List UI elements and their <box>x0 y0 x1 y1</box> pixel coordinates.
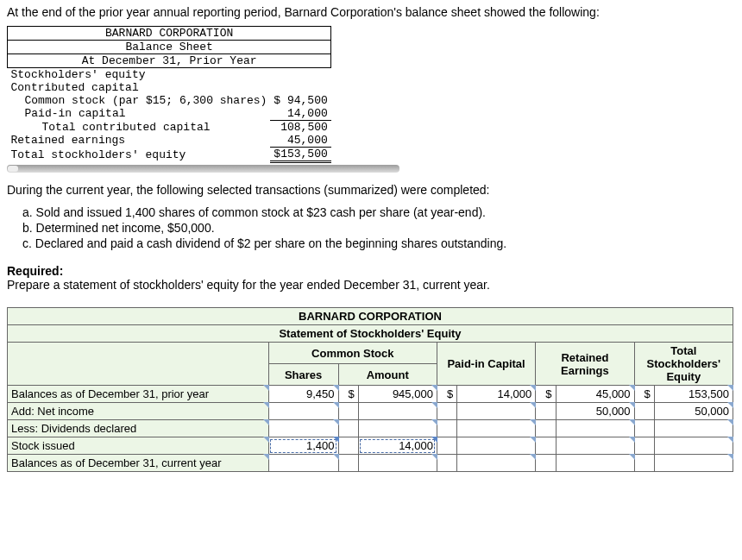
transaction-c: c. Declared and paid a cash dividend of … <box>22 236 742 250</box>
cell-amount[interactable] <box>358 455 437 472</box>
bs-line-tse: Total stockholders' equity <box>8 148 271 162</box>
cell-amount[interactable]: 945,000 <box>358 386 437 403</box>
cell-amount[interactable] <box>358 403 437 420</box>
cell-dollar <box>536 437 556 455</box>
row-label-net-income[interactable]: Add: Net income <box>8 403 269 420</box>
bs-val-tse: $153,500 <box>270 148 330 162</box>
required-text: Prepare a statement of stockholders' equ… <box>7 278 490 292</box>
soe-blank-head <box>8 343 269 386</box>
soe-h-pic: Paid-in Capital <box>437 343 535 386</box>
cell-tse[interactable] <box>654 437 733 455</box>
soe-h-re: Retained Earnings <box>536 343 634 386</box>
transaction-a: a. Sold and issued 1,400 shares of commo… <box>22 205 742 219</box>
bs-val-re: 45,000 <box>270 134 330 148</box>
soe-company: BARNARD CORPORATION <box>8 308 733 325</box>
cell-shares[interactable] <box>268 420 338 437</box>
row-label-prior-balance[interactable]: Balances as of December 31, prior year <box>8 386 269 403</box>
required-heading: Required: <box>7 264 63 278</box>
cell-dollar <box>634 455 654 472</box>
stockholders-equity-table: BARNARD CORPORATION Statement of Stockho… <box>7 307 733 472</box>
cell-dollar <box>634 437 654 455</box>
bs-val-pic: 14,000 <box>270 107 330 121</box>
cell-dollar <box>437 455 456 472</box>
cell-dollar <box>634 420 654 437</box>
cell-dollar <box>437 403 456 420</box>
cell-dollar <box>338 420 358 437</box>
bs-line-cs: Common stock (par $15; 6,300 shares) <box>8 94 271 107</box>
cell-dollar <box>338 437 358 455</box>
cell-dollar <box>338 403 358 420</box>
balance-sheet: BARNARD CORPORATION Balance Sheet At Dec… <box>7 26 331 163</box>
table-row: Less: Dividends declared <box>8 420 733 437</box>
bs-company: BARNARD CORPORATION <box>8 27 331 41</box>
transactions-intro: During the current year, the following s… <box>7 183 742 197</box>
row-label-dividends[interactable]: Less: Dividends declared <box>8 420 269 437</box>
soe-statement-title: Statement of Stockholders' Equity <box>8 325 733 343</box>
cell-tse[interactable] <box>654 420 733 437</box>
cell-re[interactable] <box>556 437 634 455</box>
soe-h-common-stock: Common Stock <box>268 343 437 364</box>
intro-text: At the end of the prior year annual repo… <box>7 5 742 19</box>
table-row: Stock issued 1,400 14,000 <box>8 437 733 455</box>
cell-amount[interactable]: 14,000 <box>358 437 437 455</box>
cell-dollar: $ <box>634 386 654 403</box>
bs-title: Balance Sheet <box>8 41 331 54</box>
cell-shares[interactable] <box>268 403 338 420</box>
bs-line-tcc: Total contributed capital <box>8 121 271 135</box>
bs-line-re: Retained earnings <box>8 134 271 148</box>
cell-dollar <box>437 437 456 455</box>
cell-pic[interactable] <box>457 420 536 437</box>
transaction-b: b. Determined net income, $50,000. <box>22 221 742 235</box>
table-row: Balances as of December 31, current year <box>8 455 733 472</box>
cell-re[interactable]: 50,000 <box>556 403 634 420</box>
cell-dollar <box>536 455 556 472</box>
soe-h-tse: Total Stockholders' Equity <box>634 343 733 386</box>
bs-val-cs: $ 94,500 <box>270 94 330 107</box>
cell-dollar <box>634 403 654 420</box>
cell-tse[interactable] <box>654 455 733 472</box>
cell-re[interactable] <box>556 455 634 472</box>
cell-shares[interactable]: 9,450 <box>268 386 338 403</box>
cell-pic[interactable] <box>457 403 536 420</box>
cell-pic[interactable] <box>457 455 536 472</box>
bs-val-tcc: 108,500 <box>270 121 330 135</box>
soe-h-amount: Amount <box>338 364 437 386</box>
cell-re[interactable]: 45,000 <box>556 386 634 403</box>
cell-dollar <box>536 403 556 420</box>
required-section: Required: Prepare a statement of stockho… <box>7 264 742 292</box>
transaction-list: a. Sold and issued 1,400 shares of commo… <box>22 205 742 250</box>
cell-dollar <box>536 420 556 437</box>
row-label-current-balance[interactable]: Balances as of December 31, current year <box>8 455 269 472</box>
cell-shares[interactable] <box>268 455 338 472</box>
cell-pic[interactable] <box>457 437 536 455</box>
bs-line-pic: Paid-in capital <box>8 107 271 121</box>
cell-dollar: $ <box>536 386 556 403</box>
scrollbar-horizontal[interactable] <box>7 165 399 173</box>
cell-pic[interactable]: 14,000 <box>457 386 536 403</box>
table-row: Balances as of December 31, prior year 9… <box>8 386 733 403</box>
row-label-stock-issued[interactable]: Stock issued <box>8 437 269 455</box>
cell-tse[interactable]: 50,000 <box>654 403 733 420</box>
cell-tse[interactable]: 153,500 <box>654 386 733 403</box>
bs-line-cc: Contributed capital <box>8 81 271 94</box>
soe-h-shares: Shares <box>268 364 338 386</box>
table-row: Add: Net income 50,000 50,000 <box>8 403 733 420</box>
bs-date: At December 31, Prior Year <box>8 54 331 68</box>
cell-shares[interactable]: 1,400 <box>268 437 338 455</box>
cell-amount[interactable] <box>358 420 437 437</box>
cell-dollar: $ <box>338 386 358 403</box>
cell-dollar: $ <box>437 386 456 403</box>
cell-dollar <box>437 420 456 437</box>
cell-dollar <box>338 455 358 472</box>
bs-line-se: Stockholders' equity <box>8 68 271 82</box>
cell-re[interactable] <box>556 420 634 437</box>
